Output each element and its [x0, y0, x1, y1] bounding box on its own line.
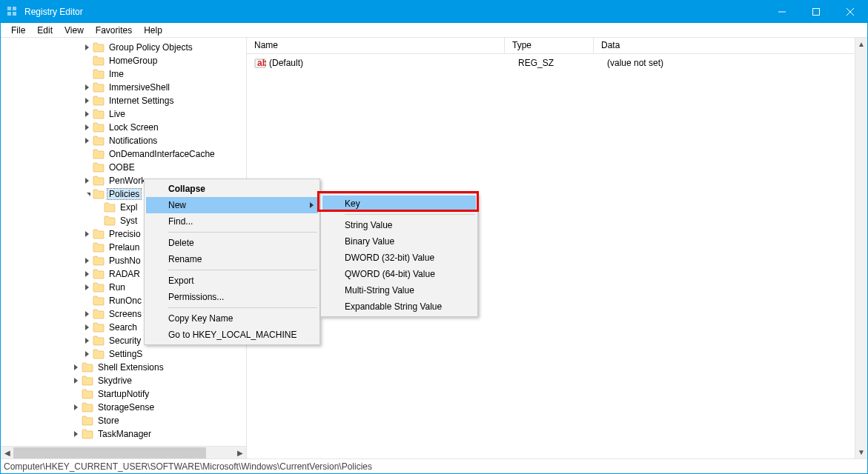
expand-icon[interactable]	[70, 378, 82, 384]
expand-icon[interactable]	[70, 404, 82, 410]
list-row[interactable]: ab(Default)REG_SZ(value not set)	[247, 56, 855, 70]
tree-item-label: OnDemandInterfaceCache	[109, 149, 215, 159]
tree-item[interactable]: ImmersiveShell	[4, 81, 246, 94]
folder-icon	[93, 109, 105, 119]
expand-icon[interactable]	[82, 231, 93, 237]
expand-icon[interactable]	[82, 311, 93, 317]
folder-icon	[93, 69, 105, 79]
expand-icon[interactable]	[82, 324, 93, 330]
tree-item-label: Syst	[120, 216, 137, 226]
col-name[interactable]: Name	[247, 38, 505, 53]
tree-item[interactable]: OOBE	[4, 161, 246, 174]
expand-icon[interactable]	[82, 124, 93, 130]
ctx-new-dword[interactable]: DWORD (32-bit) Value	[322, 250, 476, 266]
tree-item[interactable]: Lock Screen	[4, 121, 246, 134]
ctx-find[interactable]: Find...	[146, 213, 318, 230]
ctx-new-multistring[interactable]: Multi-String Value	[322, 282, 476, 298]
hscroll-thumb[interactable]	[13, 447, 206, 458]
ctx-new-key[interactable]: Key	[322, 196, 476, 212]
menu-favorites[interactable]: Favorites	[90, 25, 138, 36]
tree-item-label: Precisio	[109, 229, 141, 239]
tree-item[interactable]: HomeGroup	[4, 54, 246, 67]
value-data: (value not set)	[600, 58, 855, 68]
folder-icon	[93, 242, 105, 253]
tree-item[interactable]: Ime	[4, 67, 246, 81]
context-menu-key: Collapse New Find... Delete Rename Expor…	[144, 178, 320, 345]
ctx-new-qword[interactable]: QWORD (64-bit) Value	[322, 266, 476, 282]
tree-item[interactable]: Internet Settings	[4, 94, 246, 107]
folder-icon	[93, 349, 105, 359]
minimize-button[interactable]	[765, 1, 799, 23]
ctx-permissions[interactable]: Permissions...	[146, 289, 318, 305]
statusbar: Computer\HKEY_CURRENT_USER\SOFTWARE\Micr…	[1, 458, 867, 473]
folder-icon	[93, 282, 105, 293]
expand-icon[interactable]	[82, 44, 93, 50]
menu-view[interactable]: View	[59, 25, 90, 36]
col-data[interactable]: Data	[594, 38, 855, 53]
expand-icon[interactable]	[82, 111, 93, 117]
close-button[interactable]	[833, 1, 867, 23]
tree-item[interactable]: Notifications	[4, 134, 246, 147]
tree-item-label: Group Policy Objects	[109, 42, 193, 53]
folder-icon	[104, 216, 116, 226]
ctx-new-string[interactable]: String Value	[322, 217, 476, 233]
tree-item-label: StartupNotify	[98, 389, 149, 399]
tree-item-label: Screens	[109, 309, 142, 319]
expand-icon[interactable]	[82, 258, 93, 264]
expand-icon[interactable]	[82, 178, 93, 184]
tree-item-label: Internet Settings	[109, 96, 173, 106]
scroll-down-icon[interactable]: ▼	[855, 446, 867, 458]
expand-icon[interactable]	[82, 271, 93, 277]
folder-icon	[82, 389, 93, 399]
ctx-export[interactable]: Export	[146, 273, 318, 289]
scroll-right-icon[interactable]: ▶	[233, 449, 246, 457]
expand-icon[interactable]	[82, 84, 93, 90]
separator	[168, 232, 317, 233]
expand-icon[interactable]	[70, 431, 82, 437]
ctx-rename[interactable]: Rename	[146, 251, 318, 267]
expand-icon[interactable]	[70, 364, 82, 370]
collapse-icon[interactable]	[82, 193, 93, 196]
expand-icon[interactable]	[82, 138, 93, 144]
ctx-copy-key-name[interactable]: Copy Key Name	[146, 310, 318, 327]
ctx-delete[interactable]: Delete	[146, 235, 318, 251]
expand-icon[interactable]	[82, 284, 93, 290]
tree-item[interactable]: StorageSense	[4, 401, 246, 414]
maximize-button[interactable]	[799, 1, 833, 23]
col-type[interactable]: Type	[505, 38, 594, 53]
folder-icon	[93, 56, 105, 66]
list-vscrollbar[interactable]: ▲ ▼	[855, 38, 867, 458]
ctx-new[interactable]: New	[146, 197, 318, 213]
tree-hscrollbar[interactable]: ◀ ▶	[1, 446, 246, 458]
scroll-left-icon[interactable]: ◀	[1, 449, 13, 457]
expand-icon[interactable]	[82, 98, 93, 104]
folder-icon	[93, 82, 105, 93]
ctx-new-binary[interactable]: Binary Value	[322, 233, 476, 250]
svg-rect-2	[7, 12, 11, 16]
menu-file[interactable]: File	[5, 25, 31, 36]
tree-item[interactable]: Store	[4, 414, 246, 427]
tree-item[interactable]: Live	[4, 107, 246, 121]
scroll-up-icon[interactable]: ▲	[855, 38, 867, 50]
tree-item-label: Skydrive	[98, 375, 132, 386]
tree-item[interactable]: TaskManager	[4, 427, 246, 441]
status-path: Computer\HKEY_CURRENT_USER\SOFTWARE\Micr…	[4, 461, 372, 472]
menu-edit[interactable]: Edit	[31, 25, 59, 36]
ctx-new-expandstring[interactable]: Expandable String Value	[322, 298, 476, 315]
tree-item-label: Prelaun	[109, 242, 139, 253]
tree-item[interactable]: SettingS	[4, 347, 246, 361]
tree-item[interactable]: Shell Extensions	[4, 361, 246, 374]
tree-item[interactable]: OnDemandInterfaceCache	[4, 147, 246, 161]
svg-rect-1	[13, 7, 16, 10]
expand-icon[interactable]	[82, 338, 93, 344]
ctx-collapse[interactable]: Collapse	[146, 181, 318, 197]
folder-icon	[93, 296, 105, 306]
tree-item[interactable]: Skydrive	[4, 374, 246, 387]
tree-item[interactable]: Group Policy Objects	[4, 41, 246, 54]
tree-item[interactable]: StartupNotify	[4, 387, 246, 401]
menu-help[interactable]: Help	[138, 25, 168, 36]
ctx-goto-hklm[interactable]: Go to HKEY_LOCAL_MACHINE	[146, 327, 318, 343]
tree-item-label: Ime	[109, 69, 124, 79]
tree-item-label: Search	[109, 322, 137, 333]
expand-icon[interactable]	[82, 351, 93, 357]
